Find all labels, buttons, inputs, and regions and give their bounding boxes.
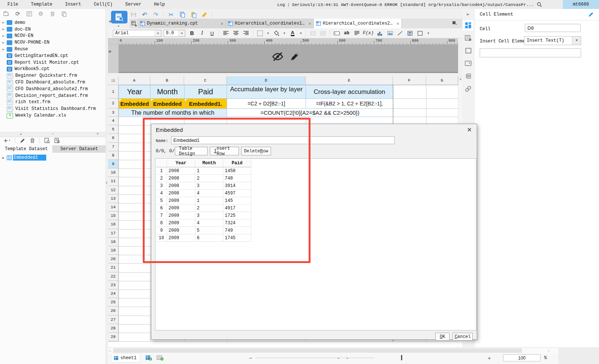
- row-header-16[interactable]: 16: [108, 220, 119, 229]
- column-header-F[interactable]: F: [393, 76, 426, 85]
- column-header-D[interactable]: D: [227, 76, 306, 85]
- row-header-5[interactable]: 5: [108, 125, 119, 134]
- preview-panel-icon[interactable]: [26, 11, 32, 17]
- scrollbar-thumb[interactable]: [113, 348, 522, 353]
- splitter-down-arrow[interactable]: ▼: [96, 132, 99, 136]
- font-color-button[interactable]: A: [289, 30, 296, 37]
- menu-item-cellc[interactable]: Cell(C): [94, 2, 113, 7]
- splitter-handle[interactable]: =: [52, 132, 54, 136]
- tree-item[interactable]: ▶demo: [0, 19, 105, 26]
- tree-item[interactable]: GettingStartedEN.cpt: [0, 53, 105, 59]
- column-header-B[interactable]: B: [150, 76, 184, 85]
- menu-item-file[interactable]: File: [7, 2, 18, 7]
- tree-item[interactable]: ▶NCOV-PHONE-EN: [0, 39, 105, 46]
- copy-icon[interactable]: [61, 11, 67, 17]
- row-header-8[interactable]: 8: [108, 151, 119, 160]
- font-color-caret[interactable]: ▼: [299, 30, 302, 37]
- zoom-level-input[interactable]: 100: [503, 354, 540, 361]
- border-dropdown-caret[interactable]: ▼: [267, 30, 269, 37]
- fill-color-button[interactable]: [273, 30, 280, 37]
- add-dataset-button[interactable]: ＋▾: [2, 136, 10, 145]
- row-header-11[interactable]: 11: [108, 177, 119, 186]
- zoom-slider-handle[interactable]: [401, 355, 402, 360]
- new-template-tab-button[interactable]: [130, 19, 138, 28]
- font-size-select[interactable]: 9.0 ▼: [164, 30, 185, 37]
- cell-style-caret[interactable]: ▼: [427, 30, 430, 37]
- tree-item[interactable]: Visit Statistics Dashboard.frm: [0, 105, 105, 112]
- delete-icon[interactable]: [49, 11, 56, 17]
- tab-server-dataset[interactable]: Server Dataset: [53, 145, 105, 153]
- redo-icon[interactable]: ↷: [152, 11, 160, 18]
- preview-dataset-icon[interactable]: [44, 138, 50, 143]
- expand-arrow-icon[interactable]: ▶: [0, 156, 7, 159]
- save-icon[interactable]: [130, 11, 137, 18]
- column-header-C[interactable]: C: [184, 76, 227, 85]
- align-right-button[interactable]: [243, 30, 249, 37]
- row-header-15[interactable]: 15: [108, 212, 119, 220]
- insert-type-select[interactable]: Insert Text(T) ▼: [524, 36, 581, 45]
- cell-B2[interactable]: Embedded: [150, 98, 185, 109]
- row-header-20[interactable]: 20: [108, 255, 119, 263]
- row-header-28[interactable]: 28: [108, 324, 119, 333]
- delete-dataset-icon[interactable]: [30, 138, 35, 143]
- expand-arrow-icon[interactable]: ▶: [0, 41, 7, 44]
- tree-item[interactable]: ▶NCOV-EN: [0, 33, 105, 39]
- row-header-14[interactable]: 14: [108, 203, 119, 212]
- border-button[interactable]: [256, 30, 263, 37]
- format-painter-icon[interactable]: [201, 11, 208, 18]
- row-header-19[interactable]: 19: [108, 246, 119, 255]
- rich-text-icon[interactable]: [353, 30, 360, 37]
- column-header-E[interactable]: E: [306, 76, 393, 85]
- undo-icon[interactable]: ↶: [141, 11, 148, 18]
- tree-item[interactable]: ▶Reuse: [0, 46, 105, 53]
- underline-button[interactable]: U: [209, 30, 215, 37]
- chart-icon[interactable]: [376, 30, 383, 37]
- line-tool-icon[interactable]: [397, 30, 403, 37]
- hyperlink-tab-icon[interactable]: [464, 85, 472, 92]
- unmerge-cells-button[interactable]: [319, 30, 326, 37]
- font-family-select[interactable]: Arial ▼: [113, 30, 161, 37]
- tree-item[interactable]: Beginner Quickstart.frm: [0, 72, 105, 79]
- close-tab-icon[interactable]: ✕: [397, 21, 399, 26]
- cell-attributes-tab-icon[interactable]: i: [464, 34, 472, 42]
- italic-button[interactable]: I: [199, 30, 205, 37]
- edit-dataset-icon[interactable]: [20, 138, 25, 143]
- row-header-27[interactable]: 27: [108, 316, 119, 324]
- cell-D1[interactable]: Accumulate layer by layer: [227, 85, 306, 99]
- dataset-config-icon[interactable]: [54, 138, 60, 143]
- settings-gear-icon[interactable]: ⚙: [38, 11, 44, 17]
- add-chart-sheet-button[interactable]: [157, 355, 164, 361]
- cell-A2[interactable]: Embedded: [119, 98, 151, 109]
- row-header-24[interactable]: 24: [108, 289, 119, 298]
- align-center-button[interactable]: [233, 30, 239, 37]
- tree-item[interactable]: SWeekly Calendar.xls: [0, 112, 105, 119]
- collapse-panel-arrow[interactable]: ▶: [464, 10, 472, 18]
- row-header-18[interactable]: 18: [108, 238, 119, 246]
- cell-E1[interactable]: Cross-layer accumulation: [306, 85, 393, 99]
- search-icon[interactable]: [537, 2, 542, 7]
- row-header-7[interactable]: 7: [108, 143, 119, 151]
- row-header-17[interactable]: 17: [108, 229, 119, 238]
- row-header-6[interactable]: 6: [108, 134, 119, 142]
- text-widget-icon[interactable]: ab: [343, 30, 350, 37]
- edit-pencil-icon[interactable]: [588, 12, 594, 17]
- tree-item[interactable]: CFO Dashboard_absolute2.frm: [0, 86, 105, 92]
- text-field-widget-icon[interactable]: [333, 30, 340, 37]
- collapse-sidebar-arrow[interactable]: ◀: [108, 19, 111, 23]
- cell-value-input[interactable]: [480, 48, 581, 57]
- cell-E2[interactable]: =IF(&B2 > 1, C2 + E2[B2:-1],: [306, 98, 393, 109]
- cell-style-icon[interactable]: [417, 30, 423, 37]
- tab-template-dataset[interactable]: Template Dataset: [0, 145, 53, 153]
- refresh-icon[interactable]: ⟳: [15, 11, 21, 17]
- paste-icon[interactable]: [190, 11, 197, 18]
- cell-D3-merged[interactable]: =COUNT(C2[!0]{A2=$A2 && C2>2500}): [227, 108, 393, 117]
- menu-item-server[interactable]: Server: [125, 2, 141, 7]
- tree-item[interactable]: ▶doc-EN: [0, 26, 105, 33]
- row-header-9[interactable]: 9: [108, 160, 119, 168]
- cell-C1[interactable]: Paid: [184, 85, 227, 99]
- tree-item[interactable]: Decision_report_dataset.frm: [0, 92, 105, 99]
- tree-item[interactable]: rich text.frm: [0, 99, 105, 106]
- sheet-tab[interactable]: sheet1: [111, 354, 141, 363]
- menu-item-help[interactable]: Help: [154, 2, 165, 7]
- document-tab[interactable]: Hierarchical_coordinates1.cpt✕: [226, 19, 314, 28]
